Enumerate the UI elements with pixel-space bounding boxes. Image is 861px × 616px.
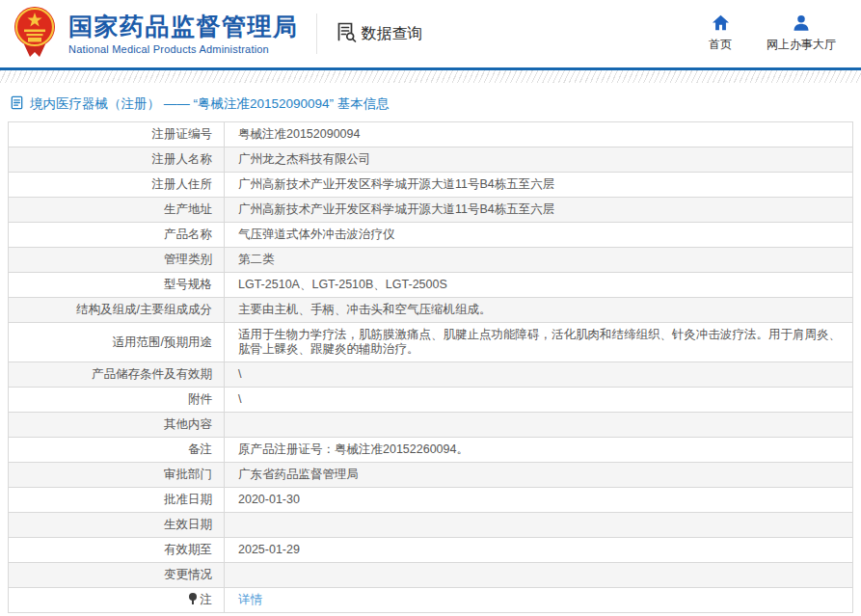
org-name-cn: 国家药品监督管理局 <box>68 13 299 40</box>
site-header: 国家药品监督管理局 National Medical Products Admi… <box>0 0 861 67</box>
row-label: 注册证编号 <box>9 122 225 147</box>
table-row: 注册证编号粤械注准20152090094 <box>9 122 853 147</box>
data-query-section[interactable]: 数据查询 <box>335 20 423 47</box>
person-icon <box>793 14 810 34</box>
nav-home[interactable]: 首页 <box>709 14 732 53</box>
row-value: 2020-01-30 <box>225 488 853 513</box>
row-value: 粤械注准20152090094 <box>225 122 853 147</box>
row-label: 生产地址 <box>9 198 225 223</box>
row-value: 第二类 <box>225 248 853 273</box>
row-value: 2025-01-29 <box>225 538 853 563</box>
row-label: 适用范围/预期用途 <box>9 323 225 362</box>
row-value: 主要由主机、手柄、冲击头和空气压缩机组成。 <box>225 298 853 323</box>
row-value: 广州高新技术产业开发区科学城开源大道11号B4栋五至六层 <box>225 198 853 223</box>
row-value: LGT-2510A、LGT-2510B、LGT-2500S <box>225 273 853 298</box>
table-row: 生效日期 <box>9 513 853 538</box>
nav-online-hall-label: 网上办事大厅 <box>767 37 836 53</box>
table-row: 产品名称气压弹道式体外冲击波治疗仪 <box>9 223 853 248</box>
pin-icon <box>188 593 198 604</box>
row-label: 注册人名称 <box>9 147 225 173</box>
row-label: 变更情况 <box>9 563 225 588</box>
table-row: 注册人名称广州龙之杰科技有限公司 <box>9 147 853 173</box>
document-search-icon <box>335 20 358 47</box>
row-label: 审批部门 <box>9 463 225 488</box>
hatched-band <box>0 70 861 83</box>
info-table: 注册证编号粤械注准20152090094注册人名称广州龙之杰科技有限公司注册人住… <box>8 121 853 613</box>
data-query-label: 数据查询 <box>362 24 423 44</box>
row-label: 注 <box>9 588 225 613</box>
row-label: 结构及组成/主要组成成分 <box>9 298 225 323</box>
table-row: 型号规格LGT-2510A、LGT-2510B、LGT-2500S <box>9 273 853 298</box>
row-value <box>225 413 853 438</box>
row-label: 产品名称 <box>9 223 225 248</box>
table-row: 适用范围/预期用途适用于生物力学疗法，肌筋膜激痛点、肌腱止点功能障碍，活化肌肉和… <box>9 323 853 362</box>
row-value: 原产品注册证号：粤械注准20152260094。 <box>225 438 853 463</box>
row-label: 其他内容 <box>9 413 225 438</box>
table-row: 其他内容 <box>9 413 853 438</box>
table-row: 管理类别第二类 <box>9 248 853 273</box>
table-row: 有效期至2025-01-29 <box>9 538 853 563</box>
table-row: 变更情况 <box>9 563 853 588</box>
row-label: 型号规格 <box>9 273 225 298</box>
org-name-en: National Medical Products Administration <box>68 43 299 55</box>
row-value <box>225 513 853 538</box>
row-label: 产品储存条件及有效期 <box>9 362 225 388</box>
table-row: 注详情 <box>9 588 853 613</box>
row-label: 管理类别 <box>9 248 225 273</box>
row-value: 广州高新技术产业开发区科学城开源大道11号B4栋五至六层 <box>225 173 853 198</box>
header-nav: 首页 网上办事大厅 <box>709 14 836 53</box>
nav-online-hall[interactable]: 网上办事大厅 <box>767 14 836 53</box>
table-row: 批准日期2020-01-30 <box>9 488 853 513</box>
row-label: 注册人住所 <box>9 173 225 198</box>
table-row: 附件\ <box>9 388 853 413</box>
document-icon <box>10 95 24 113</box>
table-row: 生产地址广州高新技术产业开发区科学城开源大道11号B4栋五至六层 <box>9 198 853 223</box>
breadcrumb-text: 境内医疗器械（注册） —— “粤械注准20152090094” 基本信息 <box>30 95 390 113</box>
table-row: 审批部门广东省药品监督管理局 <box>9 463 853 488</box>
home-icon <box>712 14 730 34</box>
row-value: 详情 <box>225 588 853 613</box>
row-label: 备注 <box>9 438 225 463</box>
site-logo[interactable]: 国家药品监督管理局 National Medical Products Admi… <box>10 4 299 64</box>
row-value: 广东省药品监督管理局 <box>225 463 853 488</box>
row-value: 气压弹道式体外冲击波治疗仪 <box>225 223 853 248</box>
details-link[interactable]: 详情 <box>238 593 262 606</box>
table-row: 结构及组成/主要组成成分主要由主机、手柄、冲击头和空气压缩机组成。 <box>9 298 853 323</box>
row-value: \ <box>225 362 853 388</box>
table-row: 注册人住所广州高新技术产业开发区科学城开源大道11号B4栋五至六层 <box>9 173 853 198</box>
table-row: 备注原产品注册证号：粤械注准20152260094。 <box>9 438 853 463</box>
row-value: 适用于生物力学疗法，肌筋膜激痛点、肌腱止点功能障碍，活化肌肉和结缔组织、针灸冲击… <box>225 323 853 362</box>
nav-home-label: 首页 <box>709 37 732 53</box>
row-label: 生效日期 <box>9 513 225 538</box>
row-value: 广州龙之杰科技有限公司 <box>225 147 853 173</box>
header-divider <box>316 13 317 54</box>
breadcrumb: 境内医疗器械（注册） —— “粤械注准20152090094” 基本信息 <box>10 94 861 114</box>
row-label: 有效期至 <box>9 538 225 563</box>
row-value: \ <box>225 388 853 413</box>
row-label: 批准日期 <box>9 488 225 513</box>
national-emblem-icon <box>10 4 60 64</box>
row-value <box>225 563 853 588</box>
table-row: 产品储存条件及有效期\ <box>9 362 853 388</box>
row-label: 附件 <box>9 388 225 413</box>
info-table-body: 注册证编号粤械注准20152090094注册人名称广州龙之杰科技有限公司注册人住… <box>9 122 853 613</box>
